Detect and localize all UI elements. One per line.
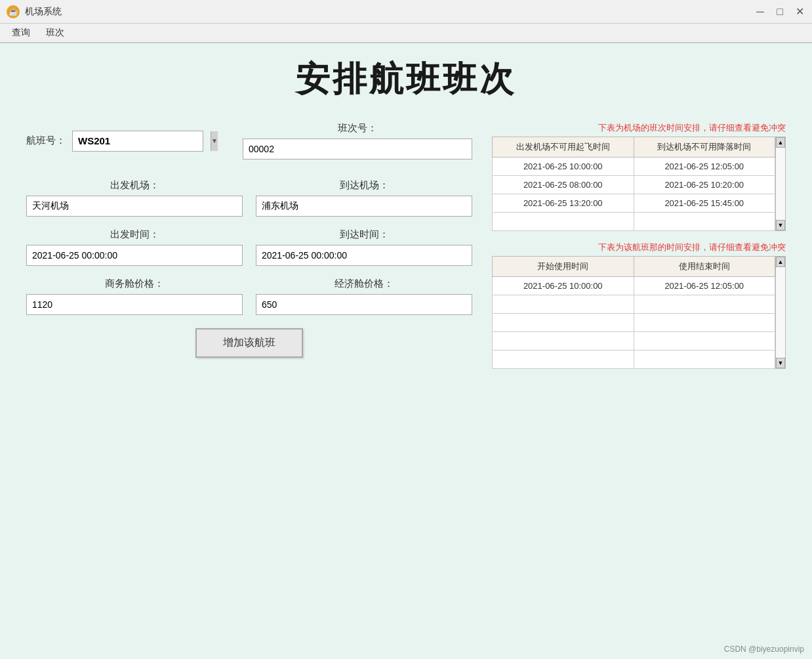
airport-row-col2 — [634, 213, 775, 231]
flight-scroll-down[interactable]: ▼ — [776, 358, 785, 368]
business-price-group: 商务舱价格： — [26, 278, 243, 315]
airport-row-col2: 2021-06-25 12:05:00 — [634, 158, 775, 176]
form-right: 下表为机场的班次时间安排，请仔细查看避免冲突 出发机场不可用起飞时间 到达机场不… — [492, 122, 786, 369]
flight-no-label: 航班号： — [26, 135, 66, 147]
airport-row-col1 — [493, 213, 634, 231]
minimize-button[interactable]: ─ — [754, 6, 766, 18]
flight-scrollbar[interactable]: ▲ ▼ — [775, 256, 786, 369]
arrive-airport-input[interactable] — [256, 196, 472, 217]
flight-no-select[interactable] — [73, 133, 211, 149]
economy-price-group: 经济舱价格： — [256, 278, 472, 315]
window-controls: ─ □ ✕ — [754, 6, 805, 18]
flight-row-col2 — [634, 351, 775, 369]
depart-airport-input[interactable] — [26, 196, 243, 217]
airport-row-col1: 2021-06-25 13:20:00 — [493, 194, 634, 213]
form-left: 航班号： ▼ 班次号： 出发机场： 到达机场： — [26, 122, 472, 369]
flight-no-select-wrapper[interactable]: ▼ — [72, 131, 203, 152]
economy-price-label: 经济舱价格： — [256, 278, 472, 290]
flight-scroll-up[interactable]: ▲ — [776, 257, 785, 267]
flight-col2-header: 使用结束时间 — [634, 257, 775, 277]
menu-bar: 查询 班次 — [0, 24, 812, 43]
time-row: 出发时间： 到达时间： — [26, 228, 472, 266]
flight-table-row — [493, 295, 775, 314]
watermark: CSDN @biyezuopinvip — [724, 645, 804, 654]
airport-scrollbar[interactable]: ▲ ▼ — [775, 137, 786, 231]
menu-item-class[interactable]: 班次 — [39, 25, 71, 41]
flight-row-col1 — [493, 351, 634, 369]
flight-number-group: 航班号： ▼ — [26, 131, 203, 152]
airport-row-col1: 2021-06-25 10:00:00 — [493, 158, 634, 176]
class-no-label: 班次号： — [243, 122, 472, 135]
airport-table-container: 出发机场不可用起飞时间 到达机场不可用降落时间 2021-06-25 10:00… — [492, 137, 786, 231]
airport-col2-header: 到达机场不可用降落时间 — [634, 137, 775, 158]
close-button[interactable]: ✕ — [794, 6, 805, 18]
airport-row-col2: 2021-06-25 15:45:00 — [634, 194, 775, 213]
arrive-time-label: 到达时间： — [256, 228, 472, 241]
flight-col1-header: 开始使用时间 — [493, 257, 634, 277]
flight-table-row: 2021-06-25 10:00:002021-06-25 12:05:00 — [493, 277, 775, 295]
maximize-button[interactable]: □ — [774, 6, 786, 18]
airport-scroll-track — [776, 148, 785, 220]
airport-row-col2: 2021-06-25 10:20:00 — [634, 176, 775, 194]
airport-table-notice: 下表为机场的班次时间安排，请仔细查看避免冲突 — [492, 122, 786, 134]
flight-row: 航班号： ▼ 班次号： — [26, 122, 472, 159]
btn-row: 增加该航班 — [26, 328, 472, 358]
depart-airport-group: 出发机场： — [26, 179, 243, 217]
flight-table-row — [493, 332, 775, 351]
title-bar: ☕ 机场系统 ─ □ ✕ — [0, 0, 812, 24]
flight-row-col2 — [634, 314, 775, 332]
depart-time-input[interactable] — [26, 245, 243, 266]
app-title: 机场系统 — [25, 6, 62, 18]
flight-table-container: 开始使用时间 使用结束时间 2021-06-25 10:00:002021-06… — [492, 256, 786, 369]
economy-price-input[interactable] — [256, 294, 472, 315]
airport-col1-header: 出发机场不可用起飞时间 — [493, 137, 634, 158]
app-icon: ☕ — [7, 5, 20, 18]
flight-row-col2 — [634, 332, 775, 351]
flight-row-col2 — [634, 295, 775, 314]
flight-table-row — [493, 314, 775, 332]
flight-schedule-table: 开始使用时间 使用结束时间 2021-06-25 10:00:002021-06… — [492, 256, 775, 369]
airport-table-row: 2021-06-25 10:00:002021-06-25 12:05:00 — [493, 158, 775, 176]
depart-airport-label: 出发机场： — [26, 179, 243, 192]
select-dropdown-arrow[interactable]: ▼ — [211, 131, 218, 151]
arrive-time-group: 到达时间： — [256, 228, 472, 266]
arrive-airport-label: 到达机场： — [256, 179, 472, 192]
add-flight-button[interactable]: 增加该航班 — [195, 328, 303, 358]
airport-row-col1: 2021-06-25 08:00:00 — [493, 176, 634, 194]
class-no-input[interactable] — [243, 138, 472, 159]
airport-scroll-down[interactable]: ▼ — [776, 220, 785, 230]
business-price-input[interactable] — [26, 294, 243, 315]
flight-scroll-track — [776, 267, 785, 358]
price-row: 商务舱价格： 经济舱价格： — [26, 278, 472, 315]
flight-row-col2: 2021-06-25 12:05:00 — [634, 277, 775, 295]
depart-time-group: 出发时间： — [26, 228, 243, 266]
airport-row: 出发机场： 到达机场： — [26, 179, 472, 217]
flight-row-col1 — [493, 295, 634, 314]
flight-row-col1 — [493, 332, 634, 351]
airport-table-row: 2021-06-25 13:20:002021-06-25 15:45:00 — [493, 194, 775, 213]
airport-table-row: 2021-06-25 08:00:002021-06-25 10:20:00 — [493, 176, 775, 194]
airport-table-row — [493, 213, 775, 231]
airport-scroll-up[interactable]: ▲ — [776, 137, 785, 148]
form-area: 航班号： ▼ 班次号： 出发机场： 到达机场： — [26, 122, 786, 369]
depart-time-label: 出发时间： — [26, 228, 243, 241]
airport-table-scroll: 出发机场不可用起飞时间 到达机场不可用降落时间 2021-06-25 10:00… — [492, 137, 775, 231]
airport-schedule-table: 出发机场不可用起飞时间 到达机场不可用降落时间 2021-06-25 10:00… — [492, 137, 775, 231]
business-price-label: 商务舱价格： — [26, 278, 243, 290]
flight-table-scroll: 开始使用时间 使用结束时间 2021-06-25 10:00:002021-06… — [492, 256, 775, 369]
flight-row-col1: 2021-06-25 10:00:00 — [493, 277, 634, 295]
arrive-airport-group: 到达机场： — [256, 179, 472, 217]
flight-table-row — [493, 351, 775, 369]
menu-item-query[interactable]: 查询 — [5, 25, 37, 41]
arrive-time-input[interactable] — [256, 245, 472, 266]
flight-table-notice: 下表为该航班那的时间安排，请仔细查看避免冲突 — [492, 242, 786, 253]
main-content: 安排航班班次 航班号： ▼ 班次号： — [0, 43, 812, 659]
page-title: 安排航班班次 — [26, 56, 786, 102]
class-no-group: 班次号： — [243, 122, 472, 159]
flight-row-col1 — [493, 314, 634, 332]
